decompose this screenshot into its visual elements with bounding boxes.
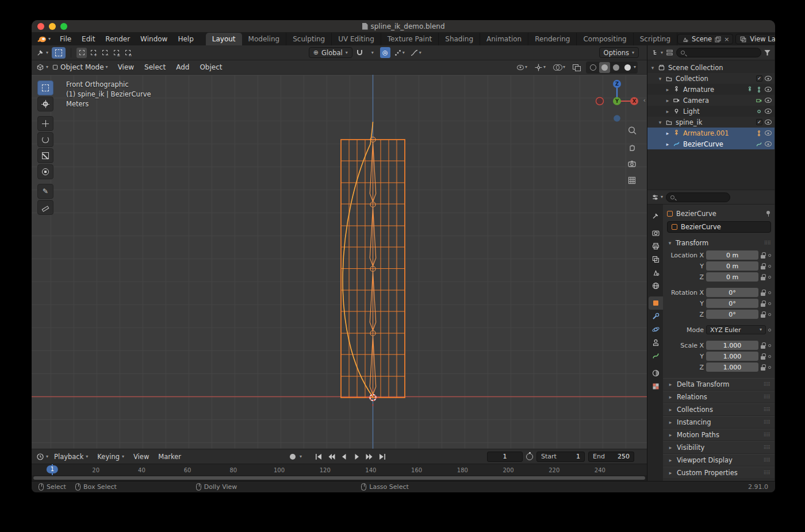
tool-select-box[interactable] [37,80,53,95]
play-button[interactable] [351,452,362,462]
panel-instancing[interactable]: ▸Instancing⠿⠿ [663,416,775,429]
outliner-row-light[interactable]: ▸Light [647,106,775,117]
snap-toggle[interactable] [355,47,365,58]
panel-collections[interactable]: ▸Collections⠿⠿ [663,403,775,416]
exclude-checkbox[interactable]: ✓ [756,119,762,125]
shading-rendered-button[interactable] [622,62,633,73]
lock-icon[interactable] [761,353,766,360]
shading-solid-button[interactable] [599,62,610,73]
panel-grip-icon[interactable]: ⠿⠿ [764,432,770,438]
tab-object[interactable] [649,296,663,310]
panel-motion-paths[interactable]: ▸Motion Paths⠿⠿ [663,429,775,441]
object-type-visibility-dropdown[interactable]: ▾ [515,62,529,73]
animate-decorator-dot[interactable] [768,329,771,331]
timeline-scrollbar[interactable] [32,475,647,481]
zoom-button[interactable] [626,125,638,136]
timeline-editor-type-menu[interactable]: ▾ [36,453,48,461]
proportional-falloff-dropdown[interactable]: ▾ [393,47,407,58]
falloff-curve-dropdown[interactable]: ▾ [409,47,423,58]
panel-visibility[interactable]: ▸Visibility⠿⠿ [663,441,775,454]
workspace-tab-compositing[interactable]: Compositing [577,33,633,45]
tab-tool[interactable] [649,209,663,222]
toggle-ortho-button[interactable] [626,175,638,186]
viewport-menu-object[interactable]: Object [194,63,227,71]
menu-edit[interactable]: Edit [76,33,100,45]
display-mode-icon[interactable] [666,49,673,56]
pan-button[interactable] [626,141,638,153]
animate-decorator-dot[interactable] [768,366,771,369]
next-keyframe-button[interactable] [364,452,375,462]
transform-orientation-select[interactable]: ⊕ Global ▾ [309,47,352,58]
tool-measure[interactable] [37,200,53,215]
animate-decorator-dot[interactable] [768,313,771,316]
properties-editor-type-menu[interactable]: ▾ [651,194,663,201]
tab-modifiers[interactable] [649,310,663,323]
tool-cursor[interactable] [37,97,53,111]
animate-decorator-dot[interactable] [768,291,771,294]
tab-world[interactable] [649,279,663,292]
chevron-right-icon[interactable]: ▸ [665,98,670,103]
value-field[interactable]: 0° [706,299,758,308]
outliner-row-collection[interactable]: ▾Collection✓ [647,73,775,84]
mode-select[interactable]: Object Mode ▾ [52,63,108,71]
gizmos-toggle[interactable]: ▾ [533,62,547,73]
value-field[interactable]: 0 m [706,261,758,271]
animate-decorator-dot[interactable] [768,355,771,358]
menu-file[interactable]: File [55,33,76,45]
panel-grip-icon[interactable]: ⠿⠿ [764,381,770,387]
hide-eye-icon[interactable] [765,76,772,81]
auto-keying-button[interactable] [287,452,298,462]
lock-icon[interactable] [761,290,766,296]
panel-delta-transform[interactable]: ▸Delta Transform⠿⠿ [663,378,775,391]
outliner-row-spine-ik[interactable]: ▾spine_ik✓ [647,117,775,128]
tool-settings-editor-menu[interactable]: ▾ [36,49,48,57]
lock-icon[interactable] [761,263,766,269]
tab-render[interactable] [649,226,663,240]
tab-texture[interactable] [649,380,663,393]
tab-material[interactable] [649,367,663,380]
tool-transform[interactable] [37,164,53,179]
zoom-window-button[interactable] [60,23,67,30]
lock-icon[interactable] [761,311,766,318]
active-tool-button[interactable] [52,47,66,59]
panel-grip-icon[interactable]: ⠿⠿ [764,470,770,476]
select-mode-new[interactable] [76,48,87,58]
value-field[interactable]: 0° [706,310,758,319]
select-mode-subtract[interactable]: − [99,48,110,58]
value-field[interactable]: 1.000 [706,352,758,361]
hide-eye-icon[interactable] [765,87,772,92]
workspace-tab-animation[interactable]: Animation [480,33,528,45]
value-field[interactable]: 0° [706,288,758,297]
start-frame-field[interactable]: Start1 [536,452,585,462]
workspace-tab-sculpting[interactable]: Sculpting [286,33,332,45]
prev-keyframe-button[interactable] [326,452,337,462]
select-mode-invert[interactable]: ± [111,48,121,58]
outliner-row-armature[interactable]: ▸Armature [647,84,775,95]
value-field[interactable]: 0 m [706,272,758,282]
sidebar-collapse-arrow[interactable]: ‹ [643,97,646,104]
tool-scale[interactable] [37,148,53,163]
workspace-tab-shading[interactable]: Shading [439,33,480,45]
exclude-checkbox[interactable]: ✓ [756,75,762,82]
animate-decorator-dot[interactable] [768,265,771,268]
panel-custom-properties[interactable]: ▸Custom Properties⠿⠿ [663,467,775,479]
tab-output[interactable] [649,240,663,253]
chevron-right-icon[interactable]: ▸ [665,141,670,147]
panel-grip-icon[interactable]: ⠿⠿ [764,407,770,413]
chevron-right-icon[interactable]: ▸ [665,130,670,136]
tab-constraints[interactable] [649,336,663,349]
tool-rotate[interactable] [37,132,53,147]
hide-eye-icon[interactable] [765,109,772,114]
outliner-search-input[interactable] [676,48,761,57]
lock-icon[interactable] [761,252,766,259]
scrollbar-thumb[interactable] [33,476,645,480]
lock-icon[interactable] [761,342,766,349]
scene-selector[interactable]: Scene × [677,34,733,44]
playhead-badge[interactable]: 1 [47,465,58,473]
tab-object-data[interactable] [649,349,663,363]
workspace-tab-layout[interactable]: Layout [206,33,242,45]
workspace-tab-uv-editing[interactable]: UV Editing [332,33,381,45]
value-field[interactable]: 0 m [706,250,758,260]
workspace-tab-texture-paint[interactable]: Texture Paint [381,33,439,45]
timeline-menu-view[interactable]: View [129,453,154,461]
